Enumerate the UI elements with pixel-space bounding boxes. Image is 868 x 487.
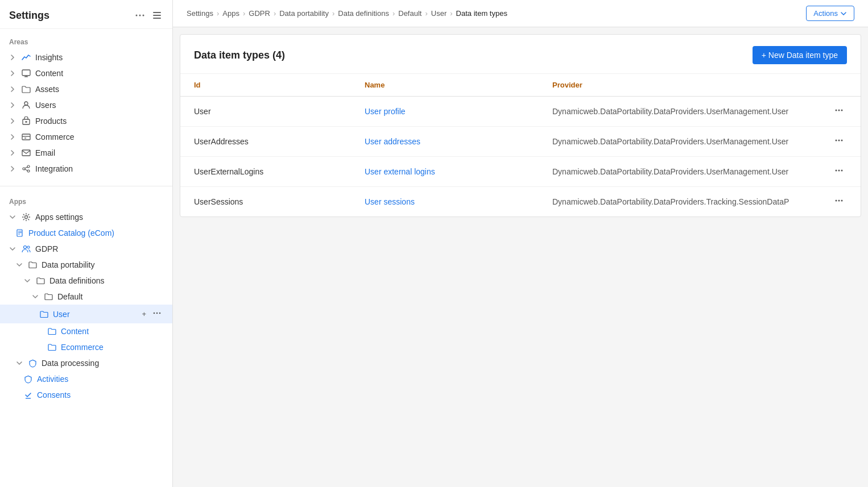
breadcrumb-item-default[interactable]: Default xyxy=(398,9,421,18)
cell-name[interactable]: User addresses xyxy=(351,127,539,157)
sidebar-item-user-actions: + xyxy=(139,308,163,320)
new-data-item-type-button[interactable]: + New Data item type xyxy=(753,46,847,64)
sidebar-item-user-add-button[interactable]: + xyxy=(139,309,148,319)
sidebar-item-content[interactable]: Content xyxy=(0,65,172,81)
breadcrumb-item-data-portability[interactable]: Data portability xyxy=(279,9,329,18)
cell-id: UserExternalLogins xyxy=(180,157,351,187)
sidebar-item-consents[interactable]: Consents xyxy=(0,387,172,403)
commerce-icon xyxy=(22,132,31,141)
email-icon xyxy=(22,148,31,157)
sidebar-item-label: Content xyxy=(61,327,163,336)
sidebar-item-data-portability[interactable]: Data portability xyxy=(0,257,172,273)
svg-rect-3 xyxy=(153,12,161,13)
sidebar-item-products[interactable]: Products xyxy=(0,113,172,129)
row-menu-button[interactable] xyxy=(831,165,847,178)
cell-provider: Dynamicweb.DataPortability.DataProviders… xyxy=(539,187,817,217)
sidebar-item-label: Default xyxy=(57,292,163,301)
svg-point-31 xyxy=(159,313,161,314)
sidebar-item-gdpr[interactable]: GDPR xyxy=(0,241,172,257)
svg-rect-6 xyxy=(22,70,30,76)
breadcrumb-item-data-definitions[interactable]: Data definitions xyxy=(338,9,389,18)
sidebar-item-user-more-button[interactable] xyxy=(151,308,163,320)
sidebar-item-ecommerce[interactable]: Ecommerce xyxy=(0,339,172,355)
sidebar-item-label: Ecommerce xyxy=(61,343,163,352)
breadcrumb-item-settings[interactable]: Settings xyxy=(187,9,213,18)
table-row: UserExternalLogins User external logins … xyxy=(180,157,861,187)
cell-provider: Dynamicweb.DataPortability.DataProviders… xyxy=(539,157,817,187)
people-icon xyxy=(22,244,31,253)
folder-icon3 xyxy=(48,327,56,335)
sidebar-more-button[interactable] xyxy=(134,9,146,22)
sidebar-item-data-processing[interactable]: Data processing xyxy=(0,355,172,371)
chevron-down-icon xyxy=(24,277,31,284)
sidebar-item-users[interactable]: Users xyxy=(0,97,172,113)
svg-point-37 xyxy=(841,140,843,141)
sidebar-item-label: Consents xyxy=(37,390,163,399)
svg-point-39 xyxy=(838,170,840,172)
folder-icon2 xyxy=(44,293,53,301)
sidebar-item-product-catalog[interactable]: Product Catalog (eCom) xyxy=(0,225,172,241)
svg-point-33 xyxy=(838,110,840,111)
box-icon xyxy=(22,116,31,126)
row-menu-button[interactable] xyxy=(831,135,847,148)
cell-actions xyxy=(817,127,861,157)
sidebar-item-insights[interactable]: Insights xyxy=(0,49,172,65)
sidebar-item-activities[interactable]: Activities xyxy=(0,371,172,387)
cell-id: UserAddresses xyxy=(180,127,351,157)
cell-name[interactable]: User profile xyxy=(351,97,539,127)
svg-point-41 xyxy=(836,200,837,202)
breadcrumb-item-user[interactable]: User xyxy=(431,9,447,18)
svg-point-9 xyxy=(24,102,28,105)
gear-icon xyxy=(22,213,31,222)
sidebar-item-apps-settings[interactable]: Apps settings xyxy=(0,209,172,225)
apps-label: Apps xyxy=(0,195,172,209)
cell-name[interactable]: User sessions xyxy=(351,187,539,217)
cell-actions xyxy=(817,97,861,127)
chevron-right-icon xyxy=(9,149,16,156)
folder-icon3 xyxy=(40,310,48,318)
sidebar-item-integration[interactable]: Integration xyxy=(0,161,172,177)
folder-icon3 xyxy=(48,343,56,351)
actions-button[interactable]: Actions xyxy=(806,6,854,21)
svg-point-17 xyxy=(23,168,25,170)
breadcrumb-path: Settings › Apps › GDPR › Data portabilit… xyxy=(187,9,507,18)
breadcrumb-item-apps[interactable]: Apps xyxy=(222,9,239,18)
breadcrumb-sep: › xyxy=(332,9,334,18)
doc-icon xyxy=(16,229,24,237)
sidebar-header-icons xyxy=(134,9,163,22)
sidebar-item-user[interactable]: User + xyxy=(0,305,172,323)
cell-id: User xyxy=(180,97,351,127)
breadcrumb-item-gdpr[interactable]: GDPR xyxy=(249,9,270,18)
sidebar-item-default[interactable]: Default xyxy=(0,289,172,305)
svg-point-43 xyxy=(841,200,843,202)
sidebar-item-data-definitions[interactable]: Data definitions xyxy=(0,273,172,289)
chevron-down-icon xyxy=(9,245,16,252)
col-header-provider: Provider xyxy=(539,74,817,97)
sidebar-item-label: Insights xyxy=(35,53,163,62)
sidebar-title: Settings xyxy=(9,10,49,22)
sidebar-item-commerce[interactable]: Commerce xyxy=(0,129,172,145)
chevron-right-icon xyxy=(9,134,16,140)
sidebar-item-email[interactable]: Email xyxy=(0,145,172,161)
breadcrumb-sep: › xyxy=(243,9,245,18)
row-menu-button[interactable] xyxy=(831,105,847,118)
cell-provider: Dynamicweb.DataPortability.DataProviders… xyxy=(539,97,817,127)
svg-point-42 xyxy=(838,200,840,202)
table-row: UserAddresses User addresses Dynamicweb.… xyxy=(180,127,861,157)
cell-id: UserSessions xyxy=(180,187,351,217)
sidebar-item-label: Integration xyxy=(35,164,163,173)
cell-name[interactable]: User external logins xyxy=(351,157,539,187)
sidebar-collapse-button[interactable] xyxy=(151,9,163,22)
shield-icon2 xyxy=(24,375,32,384)
svg-point-40 xyxy=(841,170,843,172)
sidebar-divider xyxy=(0,186,172,186)
sidebar-item-content-sub[interactable]: Content xyxy=(0,323,172,339)
sidebar-item-assets[interactable]: Assets xyxy=(0,81,172,97)
svg-point-36 xyxy=(838,140,840,141)
chevron-right-icon xyxy=(9,102,16,109)
breadcrumb-actions: Actions xyxy=(806,6,854,21)
svg-rect-4 xyxy=(153,15,161,16)
row-menu-button[interactable] xyxy=(831,195,847,209)
breadcrumb-sep: › xyxy=(274,9,276,18)
chevron-down-icon xyxy=(16,261,23,268)
